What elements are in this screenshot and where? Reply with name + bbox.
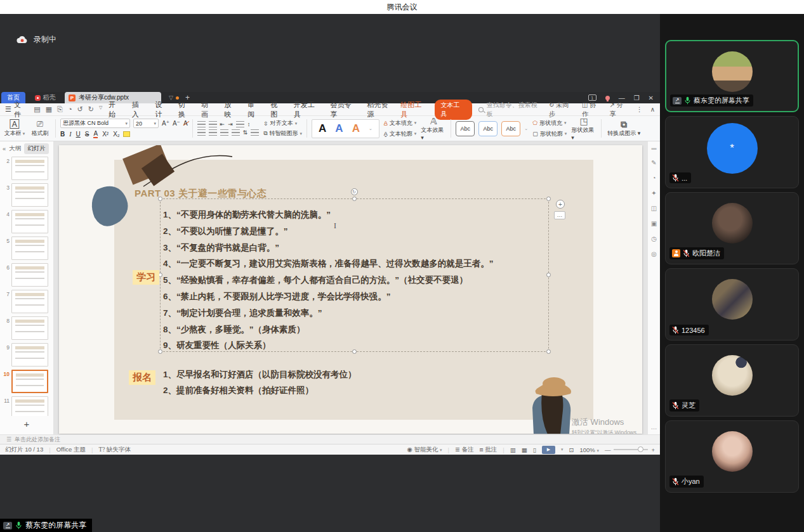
reading-view-icon[interactable]: ▯: [533, 446, 536, 453]
menu-item[interactable]: 审阅: [247, 100, 261, 119]
shape-style-2[interactable]: Abc: [478, 121, 498, 136]
zoom-out-icon[interactable]: —: [605, 446, 611, 453]
signup-label[interactable]: 报名: [129, 370, 155, 385]
text-tools-tab[interactable]: 文本工具: [435, 100, 472, 120]
add-slide-button[interactable]: +: [0, 416, 53, 434]
sort-icon[interactable]: ↕: [247, 121, 251, 127]
tab-docer[interactable]: 稻壳: [25, 92, 65, 103]
properties-panel-icon[interactable]: ◔: [652, 174, 656, 181]
participant-tile[interactable]: *...: [665, 116, 799, 188]
rotate-handle[interactable]: ↻: [351, 188, 358, 195]
slide-thumbnail[interactable]: 11: [1, 396, 53, 416]
menu-item[interactable]: 视图: [270, 100, 284, 119]
slide-thumbnail[interactable]: 2: [1, 157, 53, 180]
more-commands-icon[interactable]: ▽: [99, 105, 102, 114]
zoom-slider[interactable]: — +: [605, 446, 655, 453]
comment-panel-icon[interactable]: ✎: [651, 159, 656, 166]
command-search[interactable]: 查找命令、搜索模板: [478, 101, 543, 119]
thumbnail-preview[interactable]: [11, 370, 48, 393]
slide-thumbnail[interactable]: 9: [1, 343, 53, 367]
slide-thumbnail[interactable]: 3: [1, 183, 53, 207]
rail-more-icon[interactable]: …: [651, 424, 657, 431]
columns-icon[interactable]: [251, 129, 259, 136]
text-outline-button[interactable]: A̳文本轮廓▾: [384, 130, 417, 138]
study-list[interactable]: 1、“不要用身体的勤劳来代替大脑的洗脑。”2、“不要以为听懂了就是懂了。”3、“…: [163, 207, 494, 354]
study-item[interactable]: 7、“制定计划要合理，追求质量和效率。”: [163, 305, 494, 321]
menu-item[interactable]: 切换: [178, 100, 192, 119]
shape-style-gallery[interactable]: Abc Abc Abc ⌄: [456, 121, 528, 136]
tips-bulb-icon[interactable]: [605, 96, 610, 100]
text-style-gallery[interactable]: A A A ⌄: [312, 119, 379, 138]
shape-outline-button[interactable]: ▢形状轮廓▾: [532, 130, 567, 138]
sorter-view-icon[interactable]: ▦: [522, 446, 527, 453]
selection-handle[interactable]: [158, 197, 162, 201]
highlight-icon[interactable]: [123, 131, 130, 137]
bullet-list-icon[interactable]: [197, 121, 206, 127]
undo-icon[interactable]: ↺: [77, 105, 83, 114]
quick-more-button[interactable]: …: [554, 211, 565, 219]
selection-handle[interactable]: [158, 349, 162, 354]
align-left-icon[interactable]: [197, 129, 206, 136]
text-style-black[interactable]: A: [319, 122, 326, 135]
line-spacing-icon[interactable]: ⇅: [243, 129, 248, 136]
collapse-panel-button[interactable]: «: [3, 145, 6, 152]
file-menu[interactable]: ☰文件: [5, 100, 27, 119]
format-button[interactable]: U: [76, 131, 81, 138]
menu-item[interactable]: 放映: [224, 100, 237, 119]
participant-tile[interactable]: 小yan: [665, 420, 799, 493]
selection-handle[interactable]: [546, 273, 551, 277]
menu-item[interactable]: 稻壳资源: [367, 100, 394, 119]
thumbnail-preview[interactable]: [11, 263, 48, 287]
text-style-blue[interactable]: A: [335, 122, 343, 135]
tab-switcher-icon[interactable]: 1: [588, 94, 596, 101]
text-style-orange[interactable]: A: [352, 122, 360, 135]
justify-icon[interactable]: [232, 129, 240, 136]
format-button[interactable]: X²: [102, 131, 109, 138]
slide-thumbnail[interactable]: 8: [1, 316, 53, 340]
fit-slide-icon[interactable]: ⊡: [569, 446, 574, 453]
slide[interactable]: PART 03 关于避一些雷与心态 ↻: [59, 145, 642, 434]
font-name-select[interactable]: 思源黑体 CN Bold▾: [60, 119, 130, 128]
thumbnail-preview[interactable]: [11, 210, 48, 233]
format-button[interactable]: A: [93, 130, 98, 138]
comment-toggle[interactable]: ⧈ 批注: [480, 446, 498, 454]
thumbnail-preview[interactable]: [11, 343, 48, 367]
participant-tile[interactable]: 欧阳楚洁: [665, 192, 799, 264]
quick-add-button[interactable]: +: [556, 200, 565, 209]
signup-item[interactable]: 2、提前准备好相关资料（拍好证件照）: [163, 382, 357, 398]
signup-list[interactable]: 1、尽早报名和订好酒店（以防目标院校没有考位）2、提前准备好相关资料（拍好证件照…: [163, 367, 357, 398]
study-item[interactable]: 8、“少熬夜，多睡觉。”（身体素质）: [163, 321, 494, 338]
thumbnail-preview[interactable]: [11, 396, 48, 416]
align-text-button[interactable]: ⇳对齐文本▾: [263, 119, 302, 127]
font-size-select[interactable]: 20▾: [133, 119, 159, 128]
align-right-icon[interactable]: [220, 129, 228, 136]
tab-slides[interactable]: 幻灯片: [24, 143, 49, 154]
text-effect-button[interactable]: 𝔸 文本效果 ▾: [421, 117, 446, 139]
numbered-list-icon[interactable]: [209, 121, 217, 127]
decrease-font-icon[interactable]: A⁻: [173, 120, 180, 127]
format-button[interactable]: S: [85, 131, 89, 138]
thumbnail-preview[interactable]: [11, 183, 48, 207]
smart-shape-button[interactable]: ⧉转智能图形▾: [263, 129, 302, 138]
study-item[interactable]: 5、“经验贴慎看，幸存者偏差，每个人都有适合自己的方法。”（社交要不要退）: [163, 272, 494, 289]
theme-name[interactable]: Office 主题: [56, 446, 86, 454]
slide-thumbnail[interactable]: 10: [1, 370, 53, 393]
menu-item[interactable]: 设计: [155, 100, 168, 119]
collapse-ribbon-icon[interactable]: ∧: [650, 106, 655, 113]
shape-style-3[interactable]: Abc: [501, 121, 520, 136]
study-item[interactable]: 2、“不要以为听懂了就是懂了。”: [163, 223, 494, 240]
participant-tile[interactable]: 灵芝: [665, 344, 799, 417]
thumbnail-preview[interactable]: [11, 316, 48, 340]
menu-item[interactable]: 动画: [201, 100, 214, 119]
output-icon[interactable]: ▦: [46, 105, 52, 114]
redo-icon[interactable]: ↻: [88, 105, 94, 114]
zoom-level[interactable]: 100% ▾: [579, 446, 598, 453]
menu-item[interactable]: 会员专享: [331, 100, 358, 119]
slide-thumbnail[interactable]: 4: [1, 210, 53, 233]
settings-panel-icon[interactable]: ◎: [651, 250, 657, 257]
menu-item[interactable]: 插入: [132, 100, 145, 119]
rail-grip[interactable]: ▬: [652, 145, 657, 151]
share-button[interactable]: ↗ 分享: [609, 101, 628, 119]
shape-fill-button[interactable]: ⬠形状填充▾: [532, 119, 567, 127]
image-panel-icon[interactable]: ▣: [651, 220, 657, 227]
